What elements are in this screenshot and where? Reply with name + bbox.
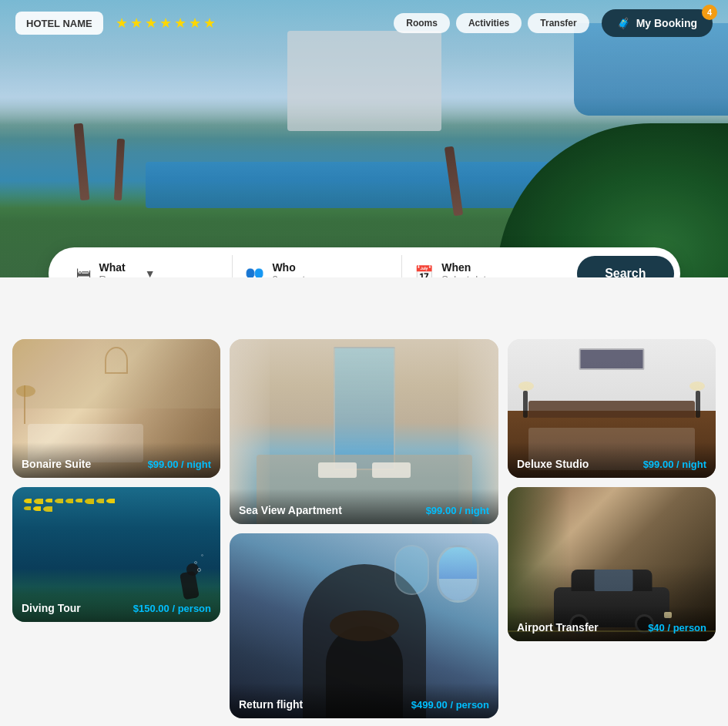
nav-activities[interactable]: Activities xyxy=(456,13,522,33)
diving-footer: Diving Tour $150.00 / person xyxy=(12,587,220,622)
what-label: What xyxy=(99,261,131,274)
what-content: What Rooms xyxy=(99,261,131,277)
search-bar-wrapper: 🛏 What Rooms ▼ 👥 Who 2 guests 📅 When xyxy=(49,247,680,277)
nav-rooms[interactable]: Rooms xyxy=(394,13,450,33)
star-6: ★ xyxy=(189,15,201,32)
bonaire-price: $99.00 / night xyxy=(148,459,211,470)
star-7: ★ xyxy=(203,15,216,32)
bonaire-name: Bonaire Suite xyxy=(22,458,91,470)
card-sea-view[interactable]: Sea View Apartment $99.00 / night xyxy=(230,339,498,524)
card-return-flight[interactable]: Return flight $499.00 / person xyxy=(230,533,498,718)
nav-transfer[interactable]: Transfer xyxy=(528,13,589,33)
booking-badge: 4 xyxy=(702,5,717,20)
card-diving-tour[interactable]: Diving Tour $150.00 / person xyxy=(12,487,220,622)
logo-text: HOTEL NAME xyxy=(26,18,92,29)
when-label: When xyxy=(441,261,491,274)
who-field[interactable]: 👥 Who 2 guests xyxy=(232,255,401,277)
logo: HOTEL NAME xyxy=(15,12,103,35)
airport-price: $40 / person xyxy=(648,622,706,634)
who-content: Who 2 guests xyxy=(272,261,310,277)
left-column: Bonaire Suite $99.00 / night xyxy=(12,339,220,718)
deluxe-footer: Deluxe Studio $99.00 / night xyxy=(508,442,716,478)
middle-column: Sea View Apartment $99.00 / night xyxy=(230,339,498,718)
nav-links: Rooms Activities Transfer xyxy=(394,13,589,33)
what-value: Rooms xyxy=(99,274,131,277)
booking-icon: 🧳 xyxy=(617,17,630,29)
what-dropdown-arrow: ▼ xyxy=(145,267,156,278)
star-rating: ★ ★ ★ ★ ★ ★ ★ xyxy=(116,15,216,32)
hero-section: HOTEL NAME ★ ★ ★ ★ ★ ★ ★ Rooms Activitie… xyxy=(0,0,728,277)
who-value: 2 guests xyxy=(272,274,310,277)
when-field[interactable]: 📅 When Select date xyxy=(401,255,571,277)
card-airport-transfer[interactable]: Airport Transfer $40 / person xyxy=(508,487,716,641)
card-deluxe-studio[interactable]: Deluxe Studio $99.00 / night xyxy=(508,339,716,478)
flight-name: Return flight xyxy=(239,698,303,711)
search-bar: 🛏 What Rooms ▼ 👥 Who 2 guests 📅 When xyxy=(49,247,680,277)
star-1: ★ xyxy=(116,15,128,32)
deluxe-name: Deluxe Studio xyxy=(517,458,589,470)
what-field[interactable]: 🛏 What Rooms ▼ xyxy=(64,255,233,277)
flight-price: $499.00 / person xyxy=(411,699,489,711)
when-value: Select date xyxy=(441,274,491,277)
seaview-footer: Sea View Apartment $99.00 / night xyxy=(230,489,498,524)
diving-price: $150.00 / person xyxy=(133,603,211,614)
star-4: ★ xyxy=(159,15,172,32)
booking-btn-label: My Booking xyxy=(636,17,697,29)
deluxe-price: $99.00 / night xyxy=(643,459,706,470)
airport-footer: Airport Transfer $40 / person xyxy=(508,606,716,641)
search-button[interactable]: Search xyxy=(577,256,673,278)
flight-footer: Return flight $499.00 / person xyxy=(230,683,498,718)
my-booking-button[interactable]: 🧳 My Booking 4 xyxy=(602,9,713,37)
star-3: ★ xyxy=(145,15,157,32)
who-label: Who xyxy=(272,261,310,274)
card-bonaire-suite[interactable]: Bonaire Suite $99.00 / night xyxy=(12,339,220,478)
star-5: ★ xyxy=(174,15,186,32)
seaview-price: $99.00 / night xyxy=(426,505,489,516)
top-navigation: HOTEL NAME ★ ★ ★ ★ ★ ★ ★ Rooms Activitie… xyxy=(0,0,728,46)
right-column: Deluxe Studio $99.00 / night xyxy=(508,339,716,718)
seaview-name: Sea View Apartment xyxy=(239,504,342,516)
bonaire-footer: Bonaire Suite $99.00 / night xyxy=(12,442,220,478)
guests-icon: 👥 xyxy=(245,264,264,278)
diving-name: Diving Tour xyxy=(22,602,81,614)
bed-icon: 🛏 xyxy=(76,264,92,277)
airport-name: Airport Transfer xyxy=(517,621,599,634)
star-2: ★ xyxy=(130,15,143,32)
when-content: When Select date xyxy=(441,261,491,277)
calendar-icon: 📅 xyxy=(414,264,434,278)
cards-grid: Bonaire Suite $99.00 / night xyxy=(12,339,716,718)
content-area: Bonaire Suite $99.00 / night xyxy=(0,324,728,726)
